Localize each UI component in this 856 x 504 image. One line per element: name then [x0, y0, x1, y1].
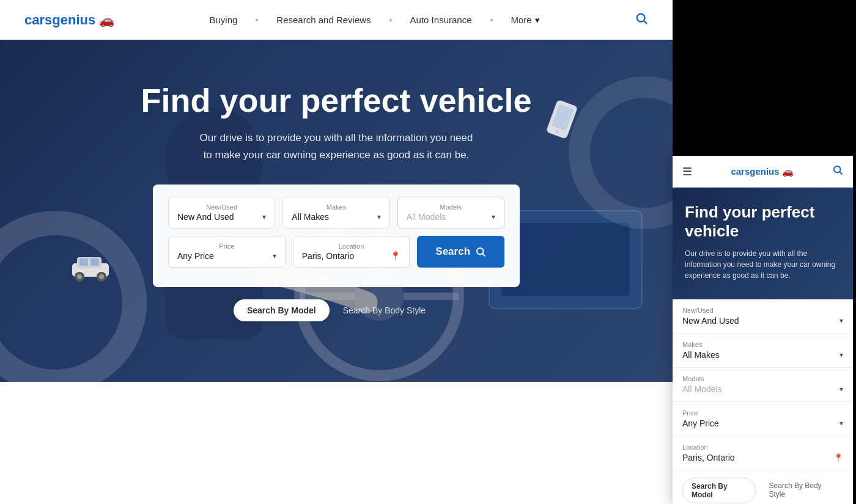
mobile-price-field[interactable]: Price Any Price ▾ — [673, 402, 853, 436]
chevron-down-icon: ▾ — [839, 351, 843, 359]
svg-point-0 — [637, 14, 645, 22]
chevron-down-icon: ▾ — [839, 316, 843, 325]
mobile-models-label: Models — [682, 375, 843, 382]
mobile-makes-value: All Makes ▾ — [682, 350, 843, 360]
mobile-tab-model[interactable]: Search By Model — [682, 478, 756, 503]
price-value: Any Price ▾ — [177, 251, 276, 261]
mobile-location-label: Location — [682, 444, 843, 451]
mobile-new-used-label: New/Used — [682, 307, 843, 314]
search-button[interactable]: Search — [417, 236, 504, 268]
mobile-hero-content: Find your perfect vehicle Our drive is t… — [685, 203, 841, 281]
search-tabs: Search By Model Search By Body Style — [0, 299, 673, 321]
mobile-hero-title: Find your perfect vehicle — [685, 203, 841, 241]
nav-links: Buying Research and Reviews Auto Insuran… — [209, 15, 539, 26]
svg-point-23 — [477, 248, 484, 255]
location-select[interactable]: Location Paris, Ontario 📍 — [293, 236, 410, 268]
mobile-makes-field[interactable]: Makes All Makes ▾ — [673, 334, 853, 368]
mobile-price-value: Any Price ▾ — [682, 418, 843, 428]
mobile-search-form: New/Used New And Used ▾ Makes All Makes … — [673, 299, 853, 504]
nav-dot-1 — [256, 19, 258, 21]
mobile-search-tabs: Search By Model Search By Body Style — [673, 470, 853, 504]
nav-insurance[interactable]: Auto Insurance — [410, 15, 472, 25]
svg-point-19 — [99, 274, 104, 279]
mobile-hero: Find your perfect vehicle Our drive is t… — [673, 188, 853, 299]
tab-search-by-model[interactable]: Search By Model — [234, 299, 330, 321]
mobile-logo-car-icon: 🚗 — [782, 166, 794, 177]
search-icon[interactable] — [635, 12, 648, 28]
hero-section: Find your perfect vehicle Our drive is t… — [0, 40, 673, 382]
location-label: Location — [302, 243, 401, 250]
svg-rect-15 — [90, 258, 99, 266]
chevron-down-icon: ▾ — [492, 213, 495, 221]
mobile-location-field[interactable]: Location Paris, Ontario 📍 — [673, 436, 853, 470]
search-icon — [475, 246, 486, 257]
chevron-down-icon: ▾ — [535, 15, 540, 26]
chevron-down-icon: ▾ — [839, 385, 843, 393]
form-row-1: New/Used New And Used ▾ Makes All Makes … — [168, 197, 504, 228]
mobile-new-used-field[interactable]: New/Used New And Used ▾ — [673, 299, 853, 334]
chevron-down-icon: ▾ — [839, 419, 843, 428]
nav-research[interactable]: Research and Reviews — [276, 15, 371, 25]
price-label: Price — [177, 243, 276, 250]
location-value: Paris, Ontario 📍 — [302, 251, 401, 261]
models-select[interactable]: Models All Models ▾ — [397, 197, 504, 228]
location-pin-icon: 📍 — [390, 251, 400, 261]
price-select[interactable]: Price Any Price ▾ — [168, 236, 286, 268]
nav-buying[interactable]: Buying — [209, 15, 237, 25]
makes-value: All Makes ▾ — [292, 212, 380, 222]
hero-subtitle: Our drive is to provide you with all the… — [0, 130, 673, 163]
makes-select[interactable]: Makes All Makes ▾ — [282, 197, 389, 228]
logo[interactable]: carsgenius 🚗 — [24, 12, 114, 28]
car-illustration — [66, 251, 115, 284]
main-site: carsgenius 🚗 Buying Research and Reviews… — [0, 0, 673, 504]
search-form: New/Used New And Used ▾ Makes All Makes … — [153, 184, 520, 287]
mobile-models-value: All Models ▾ — [682, 384, 843, 394]
chevron-down-icon: ▾ — [377, 213, 381, 221]
mobile-location-value: Paris, Ontario 📍 — [682, 453, 843, 462]
svg-rect-14 — [79, 258, 88, 266]
mobile-search-icon[interactable] — [832, 164, 843, 178]
nav-dot-2 — [389, 19, 392, 21]
models-value: All Models ▾ — [407, 212, 495, 222]
mobile-new-used-value: New And Used ▾ — [682, 316, 843, 326]
logo-car-icon: 🚗 — [99, 13, 114, 27]
logo-text: carsgenius — [24, 12, 95, 28]
svg-line-26 — [839, 172, 842, 174]
svg-line-24 — [482, 254, 485, 256]
chevron-down-icon: ▾ — [262, 213, 266, 221]
nav-more[interactable]: More ▾ — [511, 15, 540, 26]
svg-point-17 — [77, 274, 82, 279]
svg-line-1 — [644, 21, 647, 24]
mobile-tab-body[interactable]: Search By Body Style — [761, 478, 843, 503]
mobile-navbar: ☰ carsgenius 🚗 — [673, 156, 853, 188]
svg-point-25 — [834, 166, 841, 173]
mobile-panel: ☰ carsgenius 🚗 Find your perfect vehicle… — [673, 156, 853, 504]
mobile-makes-label: Makes — [682, 341, 843, 348]
mobile-logo[interactable]: carsgenius 🚗 — [731, 166, 793, 177]
mobile-models-field[interactable]: Models All Models ▾ — [673, 368, 853, 402]
models-label: Models — [407, 203, 495, 211]
makes-label: Makes — [292, 203, 380, 211]
chevron-down-icon: ▾ — [273, 252, 276, 260]
mobile-hero-subtitle: Our drive is to provide you with all the… — [685, 248, 841, 281]
tab-search-by-body[interactable]: Search By Body Style — [330, 299, 439, 321]
navbar: carsgenius 🚗 Buying Research and Reviews… — [0, 0, 673, 40]
mobile-price-label: Price — [682, 409, 843, 417]
new-used-label: New/Used — [177, 203, 266, 211]
nav-dot-3 — [490, 19, 493, 21]
hamburger-menu-icon[interactable]: ☰ — [682, 165, 692, 178]
hero-title: Find your perfect vehicle — [0, 82, 673, 119]
form-row-2: Price Any Price ▾ Location Paris, Ontari… — [168, 236, 504, 268]
new-used-value: New And Used ▾ — [177, 212, 266, 222]
location-pin-icon: 📍 — [833, 453, 843, 462]
new-used-select[interactable]: New/Used New And Used ▾ — [168, 197, 275, 228]
